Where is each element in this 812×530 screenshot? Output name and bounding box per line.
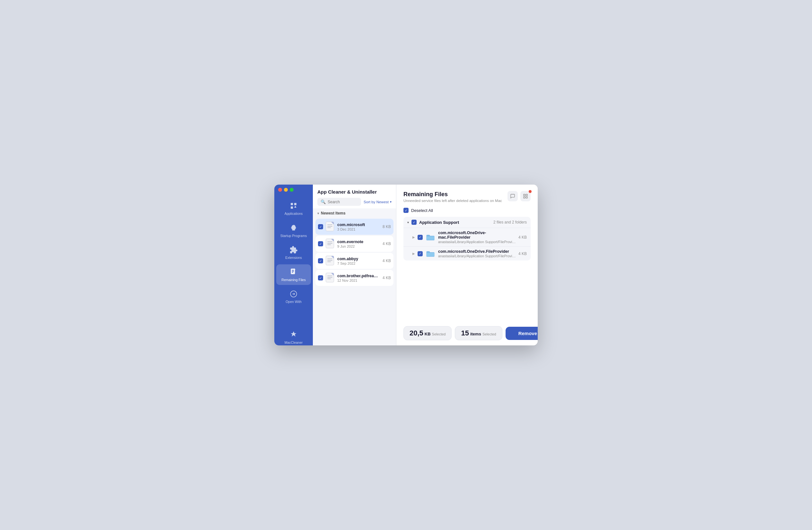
file-checkbox-3[interactable]: ✓ [318, 275, 323, 280]
sidebar-item-remaining[interactable]: Remaining Files [276, 264, 311, 285]
folder-info-1: com.microsoft.OneDrive.FileProvider anas… [438, 249, 516, 258]
folder-row-chevron-icon: ▶ [412, 235, 415, 239]
search-box[interactable]: 🔍 [317, 198, 361, 206]
folder-section-header[interactable]: ▾ ✓ Application Support 2 files and 2 fo… [403, 217, 531, 228]
file-item[interactable]: ✓ com.abbyy 7 Sep 2022 4 KB [316, 253, 393, 269]
traffic-lights [274, 185, 298, 195]
file-size-1: 4 KB [382, 241, 391, 246]
folder-section-checkbox[interactable]: ✓ [411, 220, 417, 225]
items-label: Selected [482, 332, 496, 336]
folder-info-0: com.microsoft.OneDrive-mac.FileProvider … [438, 231, 516, 244]
maximize-button[interactable] [290, 188, 293, 192]
file-item[interactable]: ✓ com.brother.pdfreaderprofreemac 12 Nov… [316, 270, 393, 286]
folder-size-1: 4 KB [519, 251, 527, 256]
file-info-1: com.evernote 9 Jun 2022 [337, 240, 380, 248]
folder-row-checkbox-0[interactable]: ✓ [418, 235, 423, 240]
sidebar-remaining-label: Remaining Files [281, 278, 305, 282]
file-name-2: com.abbyy [337, 257, 380, 261]
sort-label: Sort by Newest [364, 200, 389, 204]
svg-rect-6 [526, 194, 527, 196]
file-checkbox-0[interactable]: ✓ [318, 224, 323, 229]
svg-rect-7 [524, 196, 525, 198]
sidebar-item-startup[interactable]: Startup Programs [276, 220, 311, 241]
folder-chevron-icon: ▾ [407, 221, 409, 224]
file-item[interactable]: ✓ com.microsoft 3 Dec 2021 8 K [316, 219, 393, 235]
folder-row[interactable]: ▶ ✓ com.microsoft.OneDrive-mac.FileProvi… [403, 228, 531, 246]
folder-size-0: 4 KB [519, 235, 527, 240]
file-date-1: 9 Jun 2022 [337, 245, 380, 248]
file-info-2: com.abbyy 7 Sep 2022 [337, 257, 380, 265]
detail-title-block: Remaining Files Unneeded service files l… [403, 191, 502, 203]
svg-rect-1 [292, 270, 294, 270]
file-panel-header: App Cleaner & Uninstaller 🔍 Sort by Newe… [313, 185, 396, 208]
close-button[interactable] [278, 188, 282, 192]
chevron-down-icon: ▾ [390, 200, 392, 204]
folder-path-0: anastasiia/Library/Application Support/F… [438, 240, 516, 244]
sidebar-maccleaner-label: MacCleaner [285, 340, 303, 345]
items-unit: items [470, 332, 481, 336]
search-sort-bar: 🔍 Sort by Newest ▾ [317, 198, 392, 206]
folder-row[interactable]: ▶ ✓ com.microsoft.OneDrive.FileProvider … [403, 246, 531, 261]
sort-button[interactable]: Sort by Newest ▾ [364, 200, 392, 204]
bottom-bar: 20,5 KB Selected 15 items Selected Remov… [403, 322, 531, 340]
file-checkbox-1[interactable]: ✓ [318, 241, 323, 246]
kb-unit: KB [425, 332, 431, 336]
app-title: App Cleaner & Uninstaller [317, 189, 392, 195]
folder-section: ▾ ✓ Application Support 2 files and 2 fo… [403, 217, 531, 261]
detail-title: Remaining Files [403, 191, 502, 198]
extensions-icon [289, 246, 298, 254]
search-input[interactable] [328, 200, 358, 204]
sidebar: Applications Startup Programs Extensions [274, 185, 313, 345]
file-checkbox-2[interactable]: ✓ [318, 258, 323, 263]
file-name-1: com.evernote [337, 240, 380, 244]
sidebar-item-openwith[interactable]: Open With [276, 286, 311, 307]
chat-button[interactable] [508, 191, 518, 201]
deselect-row: ✓ Deselect All [403, 208, 531, 213]
openwith-icon [289, 290, 298, 298]
section-chevron-icon: ▾ [317, 212, 319, 215]
remaining-files-icon [289, 268, 298, 277]
folder-section-label: Application Support [419, 220, 493, 225]
folder-row-checkbox-1[interactable]: ✓ [418, 251, 423, 256]
folder-path-1: anastasiia/Library/Application Support/F… [438, 254, 516, 258]
sidebar-item-maccleaner[interactable]: MacCleaner [276, 327, 311, 345]
sidebar-extensions-label: Extensions [285, 256, 302, 260]
file-size-2: 4 KB [382, 259, 391, 263]
minimize-button[interactable] [284, 188, 288, 192]
folder-name-1: com.microsoft.OneDrive.FileProvider [438, 249, 516, 254]
sidebar-startup-label: Startup Programs [280, 234, 307, 238]
file-name-0: com.microsoft [337, 223, 380, 227]
svg-rect-5 [524, 194, 525, 196]
kb-number: 20,5 [409, 329, 423, 337]
file-size-0: 8 KB [382, 224, 391, 229]
remove-button[interactable]: Remove [506, 327, 538, 340]
file-name-3: com.brother.pdfreaderprofreemac [337, 274, 380, 278]
sidebar-item-applications[interactable]: Applications [276, 198, 311, 219]
detail-subtitle: Unneeded service files left after delete… [403, 199, 502, 203]
folder-icon-0 [426, 234, 435, 241]
sidebar-applications-label: Applications [285, 212, 303, 216]
list-view-button[interactable] [520, 191, 531, 201]
detail-header: Remaining Files Unneeded service files l… [403, 191, 531, 203]
file-item[interactable]: ✓ com.evernote 9 Jun 2022 4 KB [316, 236, 393, 252]
file-list: ✓ com.microsoft 3 Dec 2021 8 K [313, 218, 396, 345]
file-icon-3 [326, 273, 335, 283]
sidebar-item-extensions[interactable]: Extensions [276, 242, 311, 263]
section-label: Newest Items [321, 211, 346, 215]
file-list-panel: App Cleaner & Uninstaller 🔍 Sort by Newe… [313, 185, 396, 345]
file-icon-1 [326, 239, 335, 249]
notification-badge [529, 190, 532, 193]
maccleaner-icon [289, 330, 298, 339]
file-size-3: 4 KB [382, 276, 391, 280]
deselect-checkbox[interactable]: ✓ [403, 208, 409, 213]
folder-name-0: com.microsoft.OneDrive-mac.FileProvider [438, 231, 516, 240]
applications-icon [289, 201, 298, 210]
folder-row-chevron-icon: ▶ [412, 252, 415, 255]
svg-rect-8 [526, 196, 527, 198]
kb-stat-pill: 20,5 KB Selected [403, 326, 452, 340]
kb-label: Selected [432, 332, 446, 336]
file-icon-0 [326, 222, 335, 232]
file-date-3: 12 Nov 2021 [337, 279, 380, 282]
file-date-0: 3 Dec 2021 [337, 227, 380, 231]
svg-rect-3 [292, 272, 293, 273]
